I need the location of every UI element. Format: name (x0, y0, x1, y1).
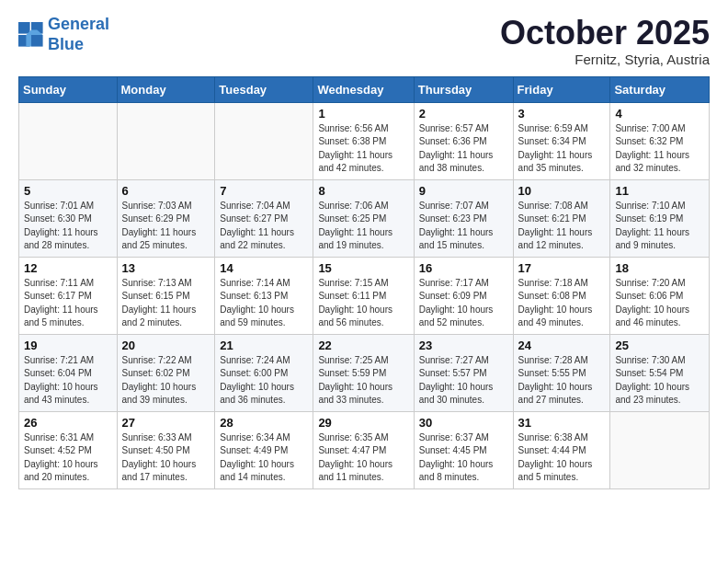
day-info: Sunrise: 7:14 AM Sunset: 6:13 PM Dayligh… (220, 277, 308, 330)
day-number: 9 (419, 184, 508, 198)
calendar-cell: 27Sunrise: 6:33 AM Sunset: 4:50 PM Dayli… (117, 411, 215, 488)
title-block: October 2025 Fernitz, Styria, Austria (500, 15, 710, 67)
day-number: 7 (220, 184, 308, 198)
day-number: 13 (122, 261, 210, 275)
weekday-header: Thursday (414, 76, 513, 102)
day-info: Sunrise: 7:07 AM Sunset: 6:23 PM Dayligh… (419, 200, 508, 253)
day-info: Sunrise: 6:31 AM Sunset: 4:52 PM Dayligh… (24, 431, 112, 485)
calendar-cell: 8Sunrise: 7:06 AM Sunset: 6:25 PM Daylig… (313, 179, 414, 257)
calendar-week-row: 19Sunrise: 7:21 AM Sunset: 6:04 PM Dayli… (19, 334, 710, 411)
day-number: 25 (615, 339, 704, 352)
calendar-week-row: 5Sunrise: 7:01 AM Sunset: 6:30 PM Daylig… (19, 179, 710, 257)
day-number: 30 (419, 416, 508, 430)
weekday-header: Monday (117, 76, 215, 102)
calendar-cell: 2Sunrise: 6:57 AM Sunset: 6:36 PM Daylig… (414, 102, 513, 179)
calendar-cell: 14Sunrise: 7:14 AM Sunset: 6:13 PM Dayli… (215, 257, 313, 334)
weekday-header: Saturday (610, 76, 710, 102)
day-number: 12 (24, 261, 112, 275)
subtitle: Fernitz, Styria, Austria (500, 52, 710, 67)
day-number: 16 (419, 261, 508, 275)
day-info: Sunrise: 7:11 AM Sunset: 6:17 PM Dayligh… (24, 277, 112, 330)
day-number: 14 (220, 261, 308, 275)
calendar-cell: 31Sunrise: 6:38 AM Sunset: 4:44 PM Dayli… (513, 411, 610, 488)
calendar-cell: 11Sunrise: 7:10 AM Sunset: 6:19 PM Dayli… (610, 179, 710, 257)
calendar-cell: 12Sunrise: 7:11 AM Sunset: 6:17 PM Dayli… (19, 257, 118, 334)
day-info: Sunrise: 7:06 AM Sunset: 6:25 PM Dayligh… (318, 200, 408, 253)
calendar-cell: 4Sunrise: 7:00 AM Sunset: 6:32 PM Daylig… (610, 102, 710, 179)
day-info: Sunrise: 7:13 AM Sunset: 6:15 PM Dayligh… (122, 277, 210, 330)
calendar-week-row: 1Sunrise: 6:56 AM Sunset: 6:38 PM Daylig… (19, 102, 710, 179)
day-number: 5 (24, 184, 112, 198)
calendar-week-row: 12Sunrise: 7:11 AM Sunset: 6:17 PM Dayli… (19, 257, 710, 334)
header: General Blue October 2025 Fernitz, Styri… (18, 15, 710, 67)
day-info: Sunrise: 7:20 AM Sunset: 6:06 PM Dayligh… (615, 277, 704, 330)
day-info: Sunrise: 6:34 AM Sunset: 4:49 PM Dayligh… (220, 431, 308, 485)
calendar-cell: 9Sunrise: 7:07 AM Sunset: 6:23 PM Daylig… (414, 179, 513, 257)
day-info: Sunrise: 7:18 AM Sunset: 6:08 PM Dayligh… (518, 277, 606, 330)
calendar-cell: 18Sunrise: 7:20 AM Sunset: 6:06 PM Dayli… (610, 257, 710, 334)
day-info: Sunrise: 7:25 AM Sunset: 5:59 PM Dayligh… (318, 354, 408, 408)
day-info: Sunrise: 6:35 AM Sunset: 4:47 PM Dayligh… (318, 431, 408, 485)
day-number: 27 (122, 416, 210, 430)
weekday-header: Tuesday (215, 76, 313, 102)
calendar-cell: 6Sunrise: 7:03 AM Sunset: 6:29 PM Daylig… (117, 179, 215, 257)
logo-text: General Blue (48, 15, 109, 54)
calendar-cell: 28Sunrise: 6:34 AM Sunset: 4:49 PM Dayli… (215, 411, 313, 488)
day-info: Sunrise: 7:15 AM Sunset: 6:11 PM Dayligh… (318, 277, 408, 330)
calendar-cell (117, 102, 215, 179)
calendar-cell: 21Sunrise: 7:24 AM Sunset: 6:00 PM Dayli… (215, 334, 313, 411)
calendar-cell (610, 411, 710, 488)
logo-line1: General (48, 15, 109, 33)
calendar-cell: 30Sunrise: 6:37 AM Sunset: 4:45 PM Dayli… (414, 411, 513, 488)
page: General Blue October 2025 Fernitz, Styri… (0, 0, 728, 504)
calendar-cell (19, 102, 118, 179)
day-info: Sunrise: 7:22 AM Sunset: 6:02 PM Dayligh… (122, 354, 210, 408)
calendar-cell: 25Sunrise: 7:30 AM Sunset: 5:54 PM Dayli… (610, 334, 710, 411)
calendar-cell: 26Sunrise: 6:31 AM Sunset: 4:52 PM Dayli… (19, 411, 118, 488)
weekday-header: Friday (513, 76, 610, 102)
day-number: 6 (122, 184, 210, 198)
calendar-cell: 20Sunrise: 7:22 AM Sunset: 6:02 PM Dayli… (117, 334, 215, 411)
day-info: Sunrise: 7:30 AM Sunset: 5:54 PM Dayligh… (615, 354, 704, 408)
calendar-cell (215, 102, 313, 179)
day-info: Sunrise: 6:57 AM Sunset: 6:36 PM Dayligh… (419, 122, 508, 176)
calendar-cell: 23Sunrise: 7:27 AM Sunset: 5:57 PM Dayli… (414, 334, 513, 411)
month-title: October 2025 (500, 15, 710, 52)
calendar-cell: 13Sunrise: 7:13 AM Sunset: 6:15 PM Dayli… (117, 257, 215, 334)
logo-line2: Blue (48, 35, 84, 53)
day-info: Sunrise: 7:04 AM Sunset: 6:27 PM Dayligh… (220, 200, 308, 253)
day-number: 2 (419, 107, 508, 121)
day-info: Sunrise: 7:27 AM Sunset: 5:57 PM Dayligh… (419, 354, 508, 408)
calendar-cell: 1Sunrise: 6:56 AM Sunset: 6:38 PM Daylig… (313, 102, 414, 179)
day-number: 11 (615, 184, 704, 198)
day-info: Sunrise: 6:59 AM Sunset: 6:34 PM Dayligh… (518, 122, 606, 176)
calendar-cell: 7Sunrise: 7:04 AM Sunset: 6:27 PM Daylig… (215, 179, 313, 257)
calendar-cell: 29Sunrise: 6:35 AM Sunset: 4:47 PM Dayli… (313, 411, 414, 488)
day-number: 23 (419, 339, 508, 352)
day-info: Sunrise: 7:24 AM Sunset: 6:00 PM Dayligh… (220, 354, 308, 408)
day-number: 15 (318, 261, 408, 275)
calendar-cell: 15Sunrise: 7:15 AM Sunset: 6:11 PM Dayli… (313, 257, 414, 334)
calendar-cell: 10Sunrise: 7:08 AM Sunset: 6:21 PM Dayli… (513, 179, 610, 257)
day-number: 4 (615, 107, 704, 121)
day-info: Sunrise: 7:17 AM Sunset: 6:09 PM Dayligh… (419, 277, 508, 330)
logo-icon (18, 22, 44, 48)
day-number: 17 (518, 261, 606, 275)
day-number: 21 (220, 339, 308, 352)
calendar-cell: 22Sunrise: 7:25 AM Sunset: 5:59 PM Dayli… (313, 334, 414, 411)
day-number: 22 (318, 339, 408, 352)
calendar-cell: 16Sunrise: 7:17 AM Sunset: 6:09 PM Dayli… (414, 257, 513, 334)
weekday-header: Sunday (19, 76, 118, 102)
day-number: 18 (615, 261, 704, 275)
day-info: Sunrise: 6:37 AM Sunset: 4:45 PM Dayligh… (419, 431, 508, 485)
calendar-table: SundayMondayTuesdayWednesdayThursdayFrid… (18, 76, 710, 489)
calendar-cell: 5Sunrise: 7:01 AM Sunset: 6:30 PM Daylig… (19, 179, 118, 257)
day-number: 28 (220, 416, 308, 430)
day-info: Sunrise: 7:03 AM Sunset: 6:29 PM Dayligh… (122, 200, 210, 253)
svg-marker-3 (31, 35, 43, 47)
day-info: Sunrise: 7:00 AM Sunset: 6:32 PM Dayligh… (615, 122, 704, 176)
calendar-cell: 17Sunrise: 7:18 AM Sunset: 6:08 PM Dayli… (513, 257, 610, 334)
day-number: 1 (318, 107, 408, 121)
day-number: 29 (318, 416, 408, 430)
calendar-week-row: 26Sunrise: 6:31 AM Sunset: 4:52 PM Dayli… (19, 411, 710, 488)
